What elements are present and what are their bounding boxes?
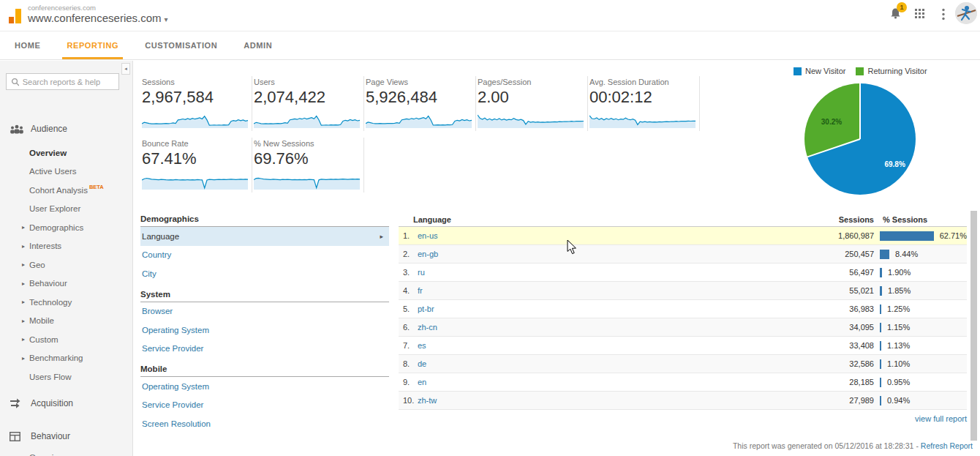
nav-tab-reporting[interactable]: REPORTING — [67, 32, 118, 59]
sidebar-item-label: Demographics — [29, 223, 83, 232]
table-row[interactable]: 4.fr55,0211.85% — [399, 282, 967, 300]
view-full-report-link[interactable]: view full report — [915, 414, 967, 423]
sidebar-item-interests[interactable]: ▸Interests — [0, 237, 132, 256]
sidebar-item-label: Custom — [29, 335, 59, 344]
metric-card-users[interactable]: Users2,074,422 — [252, 76, 364, 131]
table-row[interactable]: 1.en-us1,860,98762.71% — [399, 227, 967, 245]
search-icon — [11, 78, 19, 86]
report-menu-item-operating-system[interactable]: Operating System — [140, 321, 389, 340]
metric-value: 69.76% — [254, 149, 363, 168]
pct-label: 8.44% — [895, 250, 918, 258]
sidebar-section-label: Behaviour — [31, 431, 70, 441]
report-menu-item-screen-resolution[interactable]: Screen Resolution — [140, 414, 389, 433]
apps-grid-icon[interactable] — [915, 9, 925, 22]
language-link[interactable]: en-us — [418, 231, 438, 240]
sidebar-item-geo[interactable]: ▸Geo — [0, 255, 132, 274]
sidebar-item-label: Mobile — [29, 316, 54, 325]
report-menu-item-service-provider[interactable]: Service Provider — [140, 340, 389, 359]
metric-card-avg-session-duration[interactable]: Avg. Session Duration00:02:12 — [588, 76, 700, 131]
sidebar-item-user-explorer[interactable]: User Explorer — [0, 200, 132, 219]
property-selector[interactable]: www.conferenceseries.com▾ — [28, 12, 168, 24]
sidebar-item-users-flow[interactable]: Users Flow — [0, 367, 132, 386]
metric-card-bounce-rate[interactable]: Bounce Rate67.41% — [140, 138, 252, 193]
pct-label: 1.10% — [887, 359, 910, 368]
table-row[interactable]: 9.en28,1850.95% — [399, 373, 967, 392]
language-link[interactable]: pt-br — [418, 304, 434, 313]
nav-tab-customisation[interactable]: CUSTOMISATION — [145, 32, 217, 59]
language-link[interactable]: zh-tw — [418, 396, 437, 405]
report-canvas: Sessions2,967,584Users2,074,422Page View… — [133, 60, 980, 456]
sidebar-section-behaviour[interactable]: Behaviour — [0, 429, 132, 444]
menu-item-label: City — [142, 269, 157, 278]
sidebar-item-custom[interactable]: ▸Custom — [0, 330, 132, 349]
pct-label: 0.95% — [887, 378, 910, 386]
language-link[interactable]: en — [418, 378, 426, 386]
sidebar-section-acquisition[interactable]: Acquisition — [0, 396, 132, 411]
sidebar-item-active-users[interactable]: Active Users — [0, 162, 132, 182]
report-menu-item-browser[interactable]: Browser — [140, 302, 389, 321]
metric-card-new-sessions[interactable]: % New Sessions69.76% — [252, 138, 364, 193]
language-link[interactable]: de — [418, 359, 426, 368]
language-link[interactable]: fr — [418, 286, 423, 295]
sidebar-collapse-button[interactable]: ◂ — [121, 63, 130, 75]
table-row[interactable]: 5.pt-br36,9831.25% — [399, 300, 967, 318]
search-box[interactable] — [6, 73, 119, 90]
search-input[interactable] — [23, 78, 114, 86]
sidebar-item-behaviour[interactable]: ▸Behaviour — [0, 274, 132, 294]
legend-item-returning-visitor: Returning Visitor — [856, 67, 927, 75]
sidebar-section-audience[interactable]: Audience — [0, 122, 132, 136]
visitor-type-pie-chart[interactable]: 69.8% 30.2% — [804, 83, 916, 195]
avatar[interactable] — [955, 2, 977, 24]
report-menu-item-operating-system[interactable]: Operating System — [140, 377, 389, 396]
sidebar-item-behaviour-overview[interactable]: Overview — [29, 453, 64, 456]
report-generated-note: This report was generated on 05/12/2016 … — [733, 441, 973, 450]
menu-item-label: Service Provider — [142, 400, 203, 409]
table-row[interactable]: 8.de32,5861.10% — [399, 355, 967, 373]
metric-card-page-views[interactable]: Page Views5,926,484 — [364, 76, 476, 131]
sidebar-item-technology[interactable]: ▸Technology — [0, 293, 132, 312]
report-menu-item-city[interactable]: City — [140, 264, 389, 283]
expand-arrow-icon: ▸ — [22, 243, 29, 250]
table-row[interactable]: 6.zh-cn34,0951.15% — [399, 318, 967, 337]
vertical-scrollbar[interactable] — [970, 211, 977, 441]
metric-label: Avg. Session Duration — [589, 78, 699, 86]
submenu-arrow-icon: ▸ — [380, 233, 383, 240]
column-header-language[interactable]: Language — [399, 215, 790, 224]
row-rank: 3. — [403, 268, 416, 277]
table-row[interactable]: 7.es33,4081.13% — [399, 337, 967, 355]
column-header-sessions[interactable]: Sessions — [790, 215, 874, 224]
sidebar-item-benchmarking[interactable]: ▸Benchmarking — [0, 349, 132, 368]
nav-tab-admin[interactable]: ADMIN — [244, 32, 272, 59]
metric-card-sessions[interactable]: Sessions2,967,584 — [140, 76, 252, 131]
table-row[interactable]: 2.en-gb250,4578.44% — [399, 245, 967, 263]
metric-value: 67.41% — [142, 149, 252, 168]
pct-sessions-cell: 0.95% — [874, 378, 967, 387]
language-link[interactable]: ru — [418, 268, 425, 277]
property-name: www.conferenceseries.com — [28, 12, 162, 24]
report-menu-item-country[interactable]: Country — [140, 246, 389, 265]
sidebar-item-cohort-analysis[interactable]: Cohort AnalysisBETA — [0, 181, 132, 200]
nav-tab-home[interactable]: HOME — [15, 32, 40, 59]
metric-card-pages-session[interactable]: Pages/Session2.00 — [476, 76, 588, 131]
pct-sessions-cell: 1.90% — [874, 268, 967, 277]
notification-count-badge[interactable]: 1 — [897, 2, 907, 12]
column-header-pct-sessions[interactable]: % Sessions — [874, 215, 967, 224]
language-link[interactable]: zh-cn — [418, 323, 437, 332]
refresh-report-link[interactable]: Refresh Report — [921, 441, 973, 450]
table-row[interactable]: 10.zh-tw27,9890.94% — [399, 392, 967, 410]
report-menu-item-language[interactable]: Language▸ — [140, 227, 389, 246]
sidebar-item-mobile[interactable]: ▸Mobile — [0, 312, 132, 331]
metric-value: 2,967,584 — [142, 88, 252, 107]
menu-item-label: Country — [142, 250, 171, 259]
table-row[interactable]: 3.ru56,4971.90% — [399, 263, 967, 282]
layout-window-icon — [10, 432, 26, 441]
sidebar-item-demographics[interactable]: ▸Demographics — [0, 218, 132, 237]
more-options-icon[interactable] — [942, 8, 945, 23]
sidebar-item-overview[interactable]: Overview — [0, 143, 132, 162]
metric-sparkline — [142, 171, 249, 190]
language-link[interactable]: en-gb — [418, 250, 438, 258]
pct-sessions-cell: 0.94% — [874, 396, 967, 405]
sidebar: ◂ Audience OverviewActive UsersCohort An… — [0, 61, 133, 456]
report-menu-item-service-provider[interactable]: Service Provider — [140, 396, 389, 415]
language-link[interactable]: es — [418, 341, 426, 350]
